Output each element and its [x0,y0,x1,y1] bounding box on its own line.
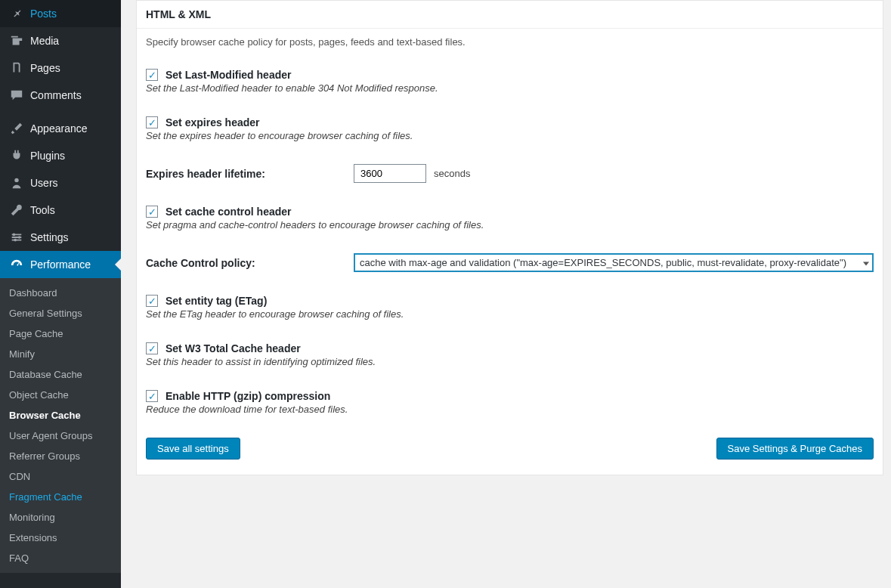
setting-expires-header: Set expires header Set the expires heade… [146,116,874,141]
panel-description: Specify browser cache policy for posts, … [146,36,874,48]
panel-title: HTML & XML [137,1,883,29]
media-icon [9,33,24,48]
comment-icon [9,88,24,103]
sub-browser-cache[interactable]: Browser Cache [0,405,121,426]
gzip-checkbox[interactable] [146,390,158,402]
sub-monitoring[interactable]: Monitoring [0,507,121,528]
sidebar-item-label: Plugins [30,150,65,162]
sub-page-cache[interactable]: Page Cache [0,323,121,344]
sidebar-item-performance[interactable]: Performance [0,251,121,278]
cache-control-header-help: Set pragma and cache-control headers to … [146,219,874,231]
sidebar-item-posts[interactable]: Posts [0,0,121,27]
cache-control-policy-label: Cache Control policy: [146,257,354,269]
w3tc-header-checkbox[interactable] [146,342,158,354]
etag-label: Set entity tag (ETag) [166,295,267,307]
cache-control-policy-select[interactable]: cache with max-age and validation ("max-… [354,253,874,272]
sub-general-settings[interactable]: General Settings [0,303,121,323]
expires-header-checkbox[interactable] [146,116,158,128]
sidebar-item-users[interactable]: Users [0,169,121,197]
setting-gzip: Enable HTTP (gzip) compression Reduce th… [146,390,874,415]
sub-extensions[interactable]: Extensions [0,528,121,548]
sidebar-item-label: Appearance [30,122,88,135]
svg-point-2 [18,236,21,239]
sub-dashboard[interactable]: Dashboard [0,283,121,303]
pages-icon [9,60,24,76]
expires-header-label: Set expires header [166,116,260,128]
save-all-button[interactable]: Save all settings [146,438,240,460]
svg-point-1 [13,234,16,237]
setting-etag: Set entity tag (ETag) Set the ETag heade… [146,295,874,320]
sidebar-item-plugins[interactable]: Plugins [0,142,121,169]
last-modified-help: Set the Last-Modified header to enable 3… [146,82,874,94]
gauge-icon [9,257,24,272]
expires-header-help: Set the expires header to encourage brow… [146,130,874,141]
setting-cache-control-header: Set cache control header Set pragma and … [146,206,874,231]
expires-lifetime-suffix: seconds [434,168,470,179]
sub-object-cache[interactable]: Object Cache [0,385,121,405]
last-modified-checkbox[interactable] [146,69,158,81]
main-content: HTML & XML Specify browser cache policy … [121,0,891,588]
sidebar-item-label: Settings [30,231,69,243]
sub-fragment-cache[interactable]: Fragment Cache [0,487,121,507]
w3tc-header-label: Set W3 Total Cache header [166,342,301,354]
sub-database-cache[interactable]: Database Cache [0,364,121,385]
etag-help: Set the ETag header to encourage browser… [146,308,874,320]
sub-user-agent-groups[interactable]: User Agent Groups [0,426,121,446]
user-icon [9,175,24,190]
brush-icon [9,121,24,136]
sidebar-item-label: Comments [30,89,82,101]
etag-checkbox[interactable] [146,295,158,307]
sidebar-item-settings[interactable]: Settings [0,224,121,251]
sidebar-item-label: Posts [30,8,57,20]
last-modified-label: Set Last-Modified header [166,69,291,81]
expires-lifetime-label: Expires header lifetime: [146,168,354,180]
gzip-label: Enable HTTP (gzip) compression [166,390,330,402]
sub-faq[interactable]: FAQ [0,548,121,568]
w3tc-header-help: Set this header to assist in identifying… [146,356,874,367]
svg-point-3 [14,239,17,242]
expires-lifetime-row: Expires header lifetime: seconds [146,164,874,183]
sliders-icon [9,230,24,245]
wrench-icon [9,203,24,218]
sidebar-item-label: Tools [30,204,55,216]
admin-sidebar: Posts Media Pages Comments Appearance Pl… [0,0,121,588]
sub-minify[interactable]: Minify [0,344,121,364]
save-purge-button[interactable]: Save Settings & Purge Caches [716,438,874,460]
html-xml-panel: HTML & XML Specify browser cache policy … [136,0,883,475]
gzip-help: Reduce the download time for text-based … [146,404,874,415]
sidebar-item-label: Performance [30,258,91,271]
sidebar-item-appearance[interactable]: Appearance [0,115,121,142]
sidebar-item-tools[interactable]: Tools [0,197,121,224]
cache-control-header-label: Set cache control header [166,206,292,218]
pin-icon [9,6,24,21]
sub-referrer-groups[interactable]: Referrer Groups [0,446,121,466]
expires-lifetime-input[interactable] [354,164,426,183]
svg-point-0 [14,178,18,182]
setting-last-modified: Set Last-Modified header Set the Last-Mo… [146,69,874,94]
sidebar-item-media[interactable]: Media [0,27,121,54]
sidebar-submenu: Dashboard General Settings Page Cache Mi… [0,278,121,573]
sub-cdn[interactable]: CDN [0,466,121,487]
sidebar-item-label: Media [30,35,59,47]
sidebar-item-pages[interactable]: Pages [0,54,121,82]
sidebar-item-comments[interactable]: Comments [0,82,121,109]
button-row: Save all settings Save Settings & Purge … [146,438,874,460]
sidebar-item-label: Pages [30,62,60,74]
cache-control-policy-row: Cache Control policy: cache with max-age… [146,253,874,272]
setting-w3tc-header: Set W3 Total Cache header Set this heade… [146,342,874,367]
cache-control-header-checkbox[interactable] [146,206,158,218]
sidebar-item-label: Users [30,177,58,189]
plug-icon [9,148,24,163]
